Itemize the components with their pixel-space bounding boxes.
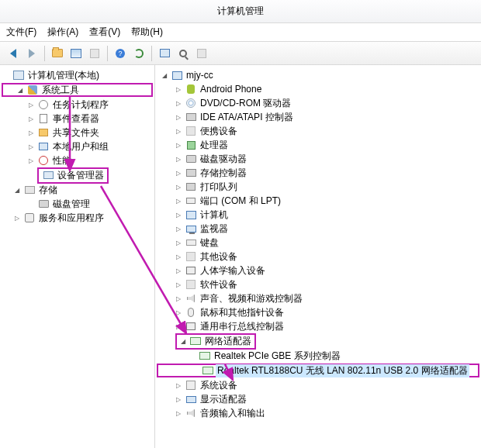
- node-ide[interactable]: IDE ATA/ATAPI 控制器: [155, 110, 481, 124]
- storagectrl-icon: [185, 167, 197, 179]
- node-services[interactable]: 服务和应用程序: [0, 211, 154, 225]
- node-hid[interactable]: 人体学输入设备: [155, 264, 481, 277]
- node-audio[interactable]: 音频输入和输出: [155, 406, 481, 420]
- menu-action[interactable]: 操作(A): [47, 26, 78, 39]
- node-cpu[interactable]: 处理器: [155, 138, 481, 152]
- sys-icon: [185, 379, 197, 391]
- expander-icon[interactable]: [160, 72, 169, 79]
- node-display[interactable]: 显示适配器: [155, 392, 481, 406]
- menu-file[interactable]: 文件(F): [6, 26, 36, 39]
- node-diskmgmt[interactable]: 磁盘管理: [0, 197, 154, 211]
- expander-icon[interactable]: [174, 114, 183, 121]
- expander-icon[interactable]: [178, 338, 188, 345]
- expander-icon[interactable]: [174, 240, 183, 246]
- node-storagectrl[interactable]: 存储控制器: [155, 166, 481, 180]
- expander-icon[interactable]: [174, 212, 183, 219]
- menubar: 文件(F) 操作(A) 查看(V) 帮助(H): [0, 23, 481, 42]
- node-shared[interactable]: 共享文件夹: [0, 126, 154, 140]
- node-tasksched[interactable]: 任务计划程序: [0, 98, 154, 112]
- node-other[interactable]: 其他设备: [155, 250, 481, 264]
- node-label: 其他设备: [199, 250, 239, 264]
- node-label: IDE ATA/ATAPI 控制器: [199, 111, 295, 124]
- node-mouse[interactable]: 鼠标和其他指针设备: [155, 305, 481, 319]
- expander-icon[interactable]: [174, 410, 183, 417]
- device-tree[interactable]: mjy-cc Android Phone DVD/CD-ROM 驱动器 IDE …: [155, 65, 481, 448]
- node-eventvwr[interactable]: 事件查看器: [0, 112, 154, 126]
- node-devmgr[interactable]: 设备管理器: [2, 168, 153, 182]
- expander-icon[interactable]: [174, 281, 183, 288]
- showhide-button[interactable]: [67, 45, 85, 62]
- expander-icon[interactable]: [26, 157, 36, 164]
- expander-icon[interactable]: [174, 396, 183, 403]
- back-button[interactable]: [5, 45, 22, 62]
- node-portable[interactable]: 便携设备: [155, 124, 481, 138]
- node-printq[interactable]: 打印队列: [155, 180, 481, 194]
- node-software[interactable]: 软件设备: [155, 277, 481, 291]
- expander-icon[interactable]: [174, 382, 183, 389]
- expander-icon[interactable]: [26, 102, 36, 109]
- properties-button[interactable]: [86, 45, 103, 62]
- expander-icon[interactable]: [16, 87, 25, 94]
- services-icon: [23, 212, 36, 224]
- node-computers[interactable]: 计算机: [155, 208, 481, 222]
- node-keyboards[interactable]: 键盘: [155, 236, 481, 250]
- node-computer[interactable]: mjy-cc: [155, 68, 481, 82]
- expander-icon[interactable]: [26, 143, 36, 150]
- refresh-button[interactable]: [130, 45, 147, 62]
- expander-icon[interactable]: [174, 323, 183, 330]
- node-label: 鼠标和其他指针设备: [199, 306, 285, 319]
- node-label: 设备管理器: [56, 169, 106, 182]
- node-systools[interactable]: 系统工具: [2, 83, 153, 97]
- expander-icon[interactable]: [174, 295, 183, 302]
- expander-icon[interactable]: [174, 128, 183, 135]
- node-diskdrive[interactable]: 磁盘驱动器: [155, 152, 481, 166]
- node-rtl8188cu[interactable]: Realtek RTL8188CU 无线 LAN 802.11n USB 2.0…: [157, 364, 479, 377]
- expander-icon[interactable]: [174, 253, 183, 260]
- expander-icon[interactable]: [174, 100, 183, 107]
- devmgr-icon: [42, 169, 54, 181]
- node-sysdev[interactable]: 系统设备: [155, 378, 481, 392]
- update-driver-button[interactable]: [175, 45, 192, 62]
- expander-icon[interactable]: [174, 226, 183, 233]
- node-dvd[interactable]: DVD/CD-ROM 驱动器: [155, 96, 481, 110]
- expander-icon[interactable]: [174, 184, 183, 191]
- expander-icon[interactable]: [26, 129, 36, 136]
- node-android[interactable]: Android Phone: [155, 82, 481, 96]
- expander-icon[interactable]: [174, 156, 183, 163]
- expander-icon[interactable]: [174, 198, 183, 205]
- node-root[interactable]: 计算机管理(本地): [0, 68, 154, 82]
- expander-icon[interactable]: [174, 309, 183, 316]
- uninstall-button[interactable]: [193, 45, 210, 62]
- expander-icon[interactable]: [26, 115, 36, 122]
- left-tree[interactable]: 计算机管理(本地) 系统工具 任务计划程序 事件查看器 共享文件夹 本地用户和组: [0, 65, 155, 448]
- android-icon: [185, 83, 197, 95]
- expander-icon[interactable]: [174, 267, 183, 274]
- expander-icon[interactable]: [174, 142, 183, 149]
- node-realtek-pcie[interactable]: Realtek PCIe GBE 系列控制器: [155, 349, 481, 363]
- node-label: 端口 (COM 和 LPT): [199, 195, 282, 208]
- open-button[interactable]: [49, 45, 66, 62]
- node-perf[interactable]: 性能: [0, 153, 154, 167]
- event-icon: [37, 112, 50, 125]
- node-monitors[interactable]: 监视器: [155, 222, 481, 236]
- node-storage[interactable]: 存储: [0, 183, 154, 197]
- scan-icon: [160, 49, 170, 57]
- expander-icon[interactable]: [12, 187, 22, 194]
- node-users[interactable]: 本地用户和组: [0, 140, 154, 153]
- menu-help[interactable]: 帮助(H): [131, 26, 163, 39]
- expander-icon[interactable]: [174, 86, 183, 93]
- node-sound[interactable]: 声音、视频和游戏控制器: [155, 291, 481, 305]
- node-netadapters[interactable]: 网络适配器: [157, 334, 479, 348]
- node-ports[interactable]: 端口 (COM 和 LPT): [155, 194, 481, 208]
- help-button[interactable]: [112, 45, 129, 62]
- node-label: 监视器: [199, 222, 230, 236]
- node-usb[interactable]: 通用串行总线控制器: [155, 319, 481, 333]
- netadapter-icon: [189, 335, 202, 347]
- forward-button[interactable]: [23, 45, 40, 62]
- expander-icon[interactable]: [12, 215, 22, 222]
- expander-icon[interactable]: [174, 170, 183, 177]
- scan-button[interactable]: [156, 45, 173, 62]
- node-label: 任务计划程序: [51, 98, 110, 112]
- menu-view[interactable]: 查看(V): [89, 26, 120, 39]
- node-label: 磁盘管理: [51, 198, 92, 211]
